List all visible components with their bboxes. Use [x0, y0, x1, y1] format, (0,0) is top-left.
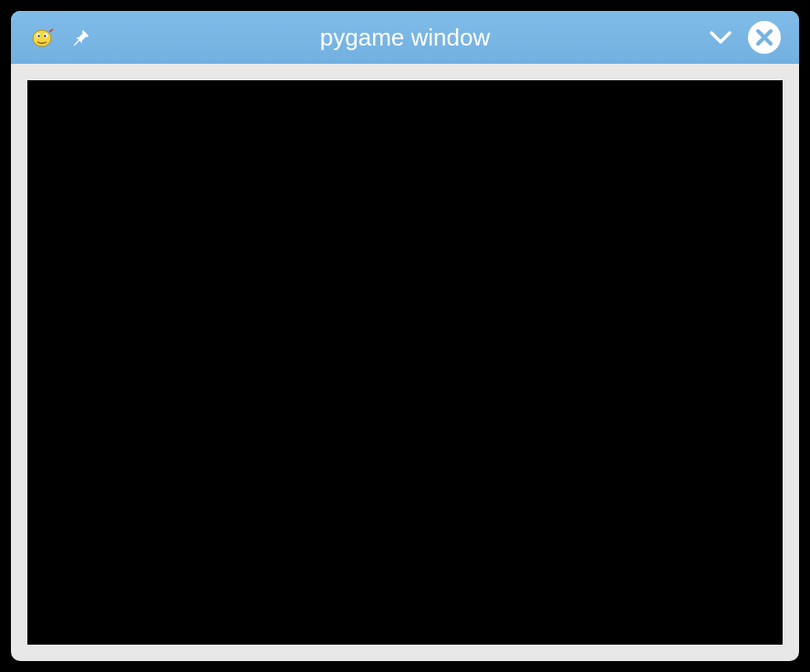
svg-point-4 — [44, 35, 46, 37]
titlebar-right-group — [706, 21, 781, 54]
window-title: pygame window — [320, 24, 490, 52]
pin-icon[interactable] — [71, 27, 91, 47]
pygame-canvas[interactable] — [27, 80, 783, 645]
titlebar-left-group — [29, 25, 91, 50]
close-button[interactable] — [748, 21, 781, 54]
window-content-frame — [11, 64, 799, 661]
svg-point-0 — [33, 30, 51, 47]
pygame-snake-icon — [29, 25, 55, 50]
application-window: pygame window — [11, 11, 799, 661]
svg-point-2 — [37, 35, 39, 37]
titlebar[interactable]: pygame window — [11, 11, 799, 64]
minimize-button[interactable] — [706, 23, 735, 52]
